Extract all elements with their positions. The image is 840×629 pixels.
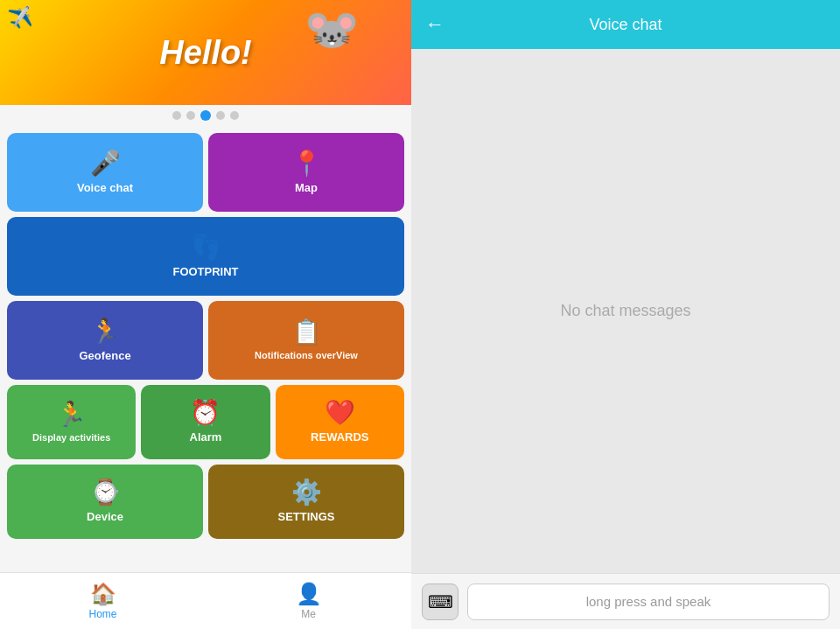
dot-2[interactable] (186, 111, 195, 120)
footprint-button[interactable]: 👣 FOOTPRINT (7, 217, 404, 296)
dot-5[interactable] (230, 111, 239, 120)
voice-chat-label: Voice chat (77, 181, 133, 194)
hello-text: Hello! (159, 34, 252, 72)
dot-3[interactable] (200, 110, 211, 121)
back-arrow-button[interactable]: ← (425, 13, 444, 36)
cartoon-figure: 🐭 (304, 4, 359, 55)
grid-row-5: ⌚ Device ⚙️ SETTINGS (7, 465, 404, 539)
heart-icon: ❤️ (325, 401, 355, 425)
notifications-icon: 📋 (291, 320, 322, 345)
grid-row-2: 👣 FOOTPRINT (7, 217, 404, 296)
home-icon: 🏠 (90, 582, 116, 606)
right-panel: ← Voice chat No chat messages ⌨ long pre… (411, 0, 840, 629)
speak-input[interactable]: long press and speak (467, 584, 830, 620)
voice-chat-header: ← Voice chat (411, 0, 840, 49)
notifications-label: Notifications overView (255, 350, 358, 360)
rewards-label: REWARDS (311, 430, 368, 444)
keyboard-icon: ⌨ (428, 591, 453, 612)
microphone-icon: 🎤 (90, 151, 121, 176)
grid-row-3: 🏃 Geofence 📋 Notifications overView (7, 301, 404, 380)
left-panel: ✈️ Hello! 🐭 🎤 Voice chat 📍 Map 👣 (0, 0, 411, 629)
device-button[interactable]: ⌚ Device (7, 465, 203, 539)
person-icon: 👤 (296, 582, 322, 606)
alarm-icon: ⏰ (190, 401, 220, 425)
map-pin-icon: 📍 (291, 151, 322, 176)
chat-input-bar: ⌨ long press and speak (411, 573, 840, 629)
device-icon: ⌚ (90, 480, 121, 505)
alarm-button[interactable]: ⏰ Alarm (141, 385, 270, 459)
device-label: Device (87, 510, 123, 523)
settings-button[interactable]: ⚙️ SETTINGS (208, 465, 404, 539)
display-activities-label: Display activities (32, 432, 110, 443)
nav-me[interactable]: 👤 Me (206, 573, 411, 629)
airplane-icon: ✈️ (7, 5, 34, 31)
nav-home[interactable]: 🏠 Home (0, 573, 206, 629)
footprint-label: FOOTPRINT (172, 265, 238, 278)
settings-label: SETTINGS (277, 510, 334, 523)
alarm-label: Alarm (190, 430, 222, 444)
geofence-label: Geofence (79, 349, 130, 362)
display-activities-button[interactable]: 🏃 Display activities (7, 385, 136, 459)
voice-chat-button[interactable]: 🎤 Voice chat (7, 133, 203, 212)
map-label: Map (295, 181, 318, 194)
geofence-button[interactable]: 🏃 Geofence (7, 301, 203, 380)
bottom-nav: 🏠 Home 👤 Me (0, 572, 411, 629)
me-label: Me (301, 608, 316, 620)
no-messages-text: No chat messages (560, 302, 690, 320)
rewards-button[interactable]: ❤️ REWARDS (276, 385, 404, 459)
dot-1[interactable] (172, 111, 181, 120)
home-label: Home (88, 608, 116, 620)
footprint-icon: 👣 (191, 235, 221, 260)
hero-banner: ✈️ Hello! 🐭 (0, 0, 411, 105)
keyboard-button[interactable]: ⌨ (422, 584, 458, 620)
dot-4[interactable] (216, 111, 225, 120)
grid-container: 🎤 Voice chat 📍 Map 👣 FOOTPRINT 🏃 Geofenc… (0, 126, 411, 572)
chat-area: No chat messages (411, 49, 840, 573)
notifications-button[interactable]: 📋 Notifications overView (208, 301, 404, 380)
voice-chat-title: Voice chat (589, 16, 662, 34)
activity-icon: 🏃 (56, 402, 87, 427)
speak-placeholder: long press and speak (586, 594, 711, 609)
settings-icon: ⚙️ (291, 480, 322, 505)
geofence-icon: 🏃 (90, 319, 121, 344)
dot-indicators (0, 105, 411, 126)
map-button[interactable]: 📍 Map (208, 133, 404, 212)
grid-row-4: 🏃 Display activities ⏰ Alarm ❤️ REWARDS (7, 385, 404, 459)
grid-row-1: 🎤 Voice chat 📍 Map (7, 133, 404, 212)
